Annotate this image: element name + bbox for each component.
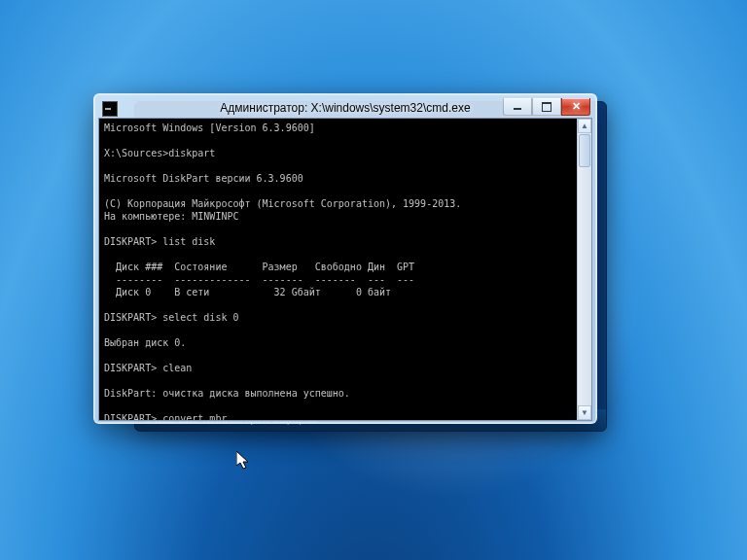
vertical-scrollbar[interactable]: ▲ ▼ <box>577 119 591 420</box>
maximize-icon <box>542 102 551 112</box>
close-button[interactable]: ✕ <box>561 98 590 116</box>
minimize-icon <box>514 108 521 110</box>
console-output[interactable]: Microsoft Windows [Version 6.3.9600] X:\… <box>99 119 578 420</box>
scroll-thumb[interactable] <box>579 134 590 167</box>
scroll-down-button[interactable]: ▼ <box>578 405 591 420</box>
console-client-area: Microsoft Windows [Version 6.3.9600] X:\… <box>98 118 592 421</box>
desktop-background: © WDZ. 2015. Почти все права защищены. А… <box>0 0 747 560</box>
cmd-icon <box>102 101 118 117</box>
mouse-pointer-icon <box>236 451 252 472</box>
maximize-button[interactable] <box>532 98 561 116</box>
svg-marker-0 <box>236 451 248 469</box>
cmd-window[interactable]: Администратор: X:\windows\system32\cmd.e… <box>93 93 597 424</box>
minimize-button[interactable] <box>503 98 532 116</box>
window-title: Администратор: X:\windows\system32\cmd.e… <box>220 101 470 115</box>
close-icon: ✕ <box>572 101 581 112</box>
titlebar[interactable]: Администратор: X:\windows\system32\cmd.e… <box>98 98 592 118</box>
window-controls: ✕ <box>503 98 590 116</box>
scroll-up-button[interactable]: ▲ <box>578 119 591 133</box>
